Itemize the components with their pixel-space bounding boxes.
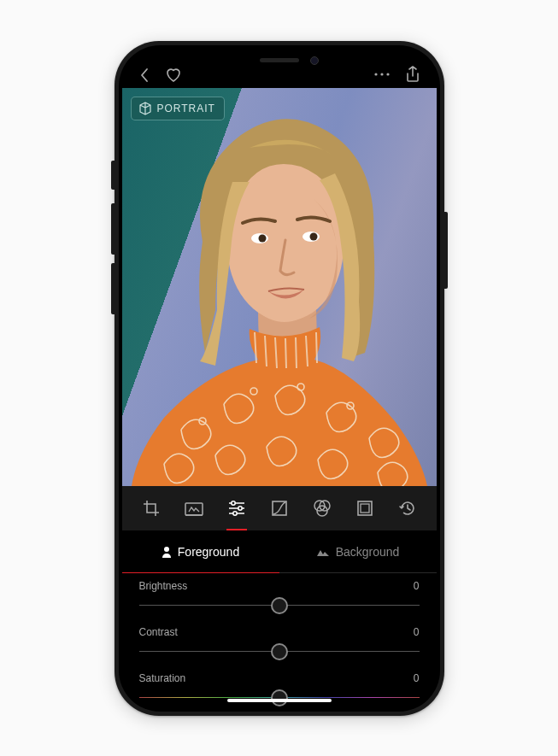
back-chevron-icon[interactable] — [139, 67, 150, 83]
svg-point-14 — [238, 506, 241, 509]
slider-brightness: Brightness 0 — [139, 580, 420, 614]
portrait-mode-badge: PORTRAIT — [131, 97, 225, 120]
frames-tool[interactable] — [348, 486, 382, 530]
photo-subject — [122, 88, 437, 486]
svg-point-1 — [380, 73, 383, 75]
tab-background-label: Background — [336, 545, 400, 559]
tab-background[interactable]: Background — [279, 530, 437, 573]
heart-icon[interactable] — [165, 67, 182, 83]
more-icon[interactable] — [373, 72, 391, 77]
slider-label: Saturation — [139, 672, 186, 684]
svg-point-15 — [232, 511, 236, 514]
tab-foreground-label: Foreground — [178, 545, 239, 559]
frames-icon — [356, 500, 373, 517]
svg-point-2 — [386, 73, 389, 75]
slider-value: 0 — [414, 580, 420, 592]
cube-icon — [138, 102, 152, 115]
portrait-badge-label: PORTRAIT — [157, 103, 215, 114]
tab-foreground[interactable]: Foreground — [122, 530, 279, 573]
curves-tool[interactable] — [262, 486, 297, 530]
svg-rect-12 — [185, 503, 203, 515]
svg-point-22 — [164, 547, 169, 552]
photo-preview[interactable]: PORTRAIT — [122, 88, 437, 486]
slider-label: Contrast — [139, 626, 178, 638]
speaker-grille — [260, 58, 299, 62]
crop-tool[interactable] — [134, 486, 168, 530]
auto-icon — [184, 500, 204, 517]
notch — [204, 49, 355, 73]
phone-frame: PORTRAIT — [115, 41, 444, 716]
adjust-tool[interactable] — [220, 486, 254, 530]
slider-track[interactable] — [139, 643, 420, 660]
mountains-icon — [316, 547, 330, 557]
filters-icon — [312, 499, 332, 518]
share-icon[interactable] — [406, 66, 420, 83]
adjustment-sliders: Brightness 0 Contrast 0 — [122, 573, 437, 708]
svg-point-13 — [231, 501, 234, 504]
person-icon — [162, 546, 172, 558]
svg-point-0 — [374, 73, 377, 75]
home-indicator[interactable] — [227, 699, 332, 702]
svg-rect-21 — [361, 504, 369, 513]
slider-thumb[interactable] — [271, 643, 288, 660]
history-tool[interactable] — [391, 486, 425, 530]
phone-bezel: PORTRAIT — [119, 45, 440, 712]
slider-track[interactable] — [139, 689, 420, 706]
screen: PORTRAIT — [122, 49, 437, 708]
slider-value: 0 — [414, 626, 420, 638]
layer-tabs: Foreground Background — [122, 530, 437, 573]
edit-tools-bar — [122, 486, 437, 530]
slider-thumb[interactable] — [271, 597, 288, 614]
slider-track[interactable] — [139, 597, 420, 614]
front-camera — [310, 56, 319, 65]
auto-enhance-tool[interactable] — [177, 486, 211, 530]
history-icon — [398, 499, 417, 518]
adjust-sliders-icon — [227, 500, 246, 517]
svg-point-5 — [258, 234, 266, 242]
svg-point-7 — [309, 232, 317, 240]
slider-value: 0 — [414, 672, 420, 684]
crop-icon — [142, 499, 161, 518]
slider-label: Brightness — [139, 580, 188, 592]
slider-thumb[interactable] — [271, 689, 288, 706]
slider-contrast: Contrast 0 — [139, 626, 420, 660]
curves-icon — [271, 500, 288, 517]
filters-tool[interactable] — [305, 486, 339, 530]
